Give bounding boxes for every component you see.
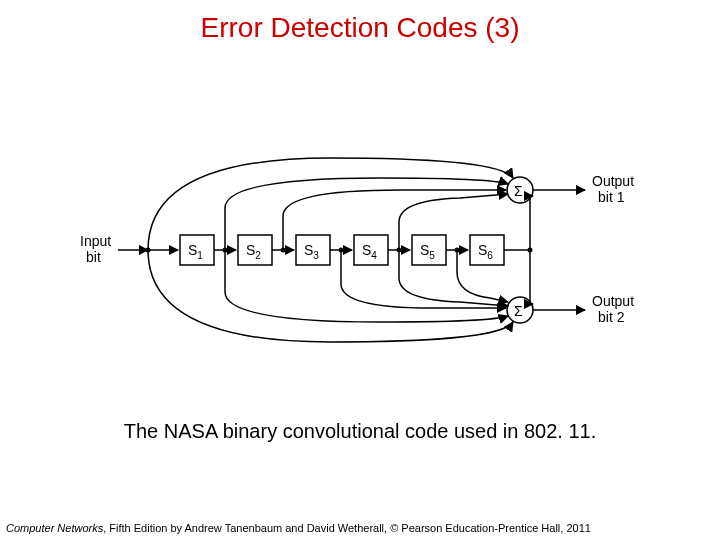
- input-label-line2: bit: [86, 249, 101, 265]
- output1-label-line1: Output: [592, 173, 634, 189]
- svg-text:bit: bit: [86, 249, 101, 265]
- page-title: Error Detection Codes (3): [0, 12, 720, 44]
- diagram-caption: The NASA binary convolutional code used …: [0, 420, 720, 443]
- output1-label-line2: bit 1: [598, 189, 625, 205]
- svg-text:bit 2: bit 2: [598, 309, 625, 325]
- footer-citation: Computer Networks, Fifth Edition by Andr…: [6, 522, 591, 534]
- output2-label-line2: bit 2: [598, 309, 625, 325]
- svg-text:bit 1: bit 1: [598, 189, 625, 205]
- sum-top-icon: Σ: [514, 183, 523, 199]
- sum-bottom-icon: Σ: [514, 303, 523, 319]
- svg-text:Input: Input: [80, 233, 111, 249]
- input-label-line1: Input: [80, 233, 111, 249]
- svg-text:Output: Output: [592, 173, 634, 189]
- svg-text:Output: Output: [592, 293, 634, 309]
- output2-label-line1: Output: [592, 293, 634, 309]
- convolutional-code-diagram: Input bit S1 S2 S3 S4 S5 S6 Σ Σ: [80, 150, 660, 350]
